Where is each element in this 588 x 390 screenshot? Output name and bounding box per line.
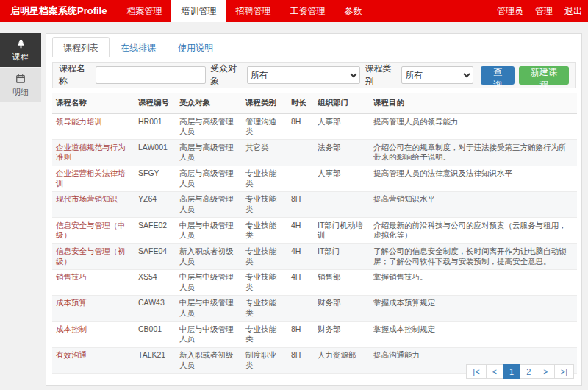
table-row: 成本预算CAW43中层与中级管理人员专业技能类财务部掌握成本预算规定 [52,295,577,321]
table-cell: 4H [287,244,314,269]
sidebar-item[interactable]: 课程 [0,33,41,67]
table-cell: 专业技能类 [242,191,287,217]
course-table: 课程名称课程编号受众对象课程类别时长组织部门课程目的 领导能力培训HR001高层… [52,93,577,374]
table-row: 企业道德规范与行为准则LAW001高层与高级管理人员其它类法务部介绍公司在的规章… [52,140,577,166]
nav-right-item[interactable]: 退出 [559,0,588,22]
table-cell: CB001 [135,322,176,347]
nav-right-item[interactable]: 管理 [529,0,559,22]
table-cell: 提高管理人员的领导能力 [370,114,577,140]
table-cell: 8H [287,347,314,373]
table-cell: 人力资源部 [314,347,370,373]
course-name-link[interactable]: 成本控制 [56,325,87,333]
table-cell: 介绍最新的前沿科技与公司的应对预案（云服务与租用，虚拟化等） [370,218,577,244]
main-menu: 档案管理培训管理招聘管理工资管理参数 [117,0,371,22]
new-course-button[interactable]: 新建课程 [519,66,569,85]
nav-menu-item[interactable]: 参数 [334,0,371,22]
table-cell: 新入职或者初级人员 [176,244,242,269]
table-cell: 提高营销知识水平 [370,191,577,217]
table-cell: 掌握成本控制规定 [370,322,577,347]
pagination-button[interactable]: >| [554,364,574,379]
table-row: 现代市场营销知识YZ64高层与高级管理人员专业技能类8H提高营销知识水平 [52,191,577,217]
table-cell: 高层与高级管理人员 [176,166,242,191]
sidebar-item-label: 明细 [12,87,29,98]
table-cell: IT部门机动培训 [314,218,370,244]
table-cell: 人事部 [314,166,370,191]
course-name-link[interactable]: 信息安全与管理（中级） [56,221,126,240]
pagination-button[interactable]: 1 [503,364,520,379]
course-name-link[interactable]: 领导能力培训 [56,117,102,126]
table-cell: 介绍公司在的规章制度，对于违法接受第三方贿赂行为所带来的影响给予说明。 [370,140,577,166]
table-cell: YZ64 [135,191,176,217]
table-cell: 掌握成本预算规定 [370,295,577,321]
sidebar: 课程明细 [0,33,41,104]
navbar-right-menu: 管理员管理退出 [491,0,588,22]
main-panel: 课程列表在线排课使用说明 课程名称 受众对象 所有 课程类别 所有 查询 新建课… [46,33,582,386]
table-cell: CAW43 [135,295,176,321]
table-cell: SFGY [135,166,176,191]
nav-menu-item[interactable]: 招聘管理 [226,0,280,22]
table-cell: 专业技能类 [242,269,287,295]
column-header: 组织部门 [314,93,370,114]
pagination: |<<12>>| [467,364,574,379]
category-select[interactable]: 所有 [401,66,473,84]
table-cell: 4H [287,269,314,295]
course-name-cell: 企业道德规范与行为准则 [52,140,135,166]
nav-right-item[interactable]: 管理员 [491,0,529,22]
table-cell: 法务部 [314,140,370,166]
audience-select[interactable]: 所有 [247,66,360,84]
table-cell: 8H [287,191,314,217]
table-cell: SAFE02 [135,218,176,244]
table-cell [287,166,314,191]
course-name-link[interactable]: 信息安全与管理（初级） [56,247,126,266]
pagination-button[interactable]: < [486,364,503,379]
column-header: 时长 [287,93,314,114]
table-cell: IT部门 [314,244,370,269]
table-cell: 中层与中级管理人员 [176,218,242,244]
table-cell: TALK21 [135,347,176,373]
table-cell: 专业技能类 [242,218,287,244]
pagination-button[interactable]: > [537,364,554,379]
table-cell: 专业技能类 [242,322,287,347]
nav-menu-item[interactable]: 档案管理 [117,0,171,22]
table-cell: LAW001 [135,140,176,166]
table-cell: 8H [287,322,314,347]
app-brand: 启明星档案系统Profile [0,0,117,22]
course-name-link[interactable]: 企业运营相关法律培训 [56,169,126,188]
table-row: 信息安全与管理（中级）SAFE02中层与中级管理人员专业技能类4HIT部门机动培… [52,218,577,244]
table-row: 信息安全与管理（初级）SAFE04新入职或者初级人员专业技能类4HIT部门了解公… [52,244,577,269]
course-name-link[interactable]: 成本预算 [56,298,87,307]
sidebar-item[interactable]: 明细 [0,68,41,102]
tab[interactable]: 使用说明 [167,37,224,57]
column-header: 受众对象 [176,93,242,114]
pagination-button[interactable]: 2 [520,364,537,379]
pagination-button[interactable]: |< [466,364,486,379]
table-cell: 专业技能类 [242,295,287,321]
course-name-input[interactable] [96,66,206,84]
course-name-link[interactable]: 企业道德规范与行为准则 [56,143,126,162]
course-name-cell: 信息安全与管理（中级） [52,218,135,244]
table-cell: 了解公司的信息安全制度，长时间离开作为让电脑自动锁屏；了解公司软件下载与安装预制… [370,244,577,269]
tab-bar: 课程列表在线排课使用说明 [46,34,581,57]
table-row: 成本控制CB001中层与中级管理人员专业技能类8H财务部掌握成本控制规定 [52,322,577,347]
course-name-link[interactable]: 有效沟通 [56,350,87,359]
search-button[interactable]: 查询 [481,66,514,85]
table-row: 企业运营相关法律培训SFGY高层与高级管理人员专业技能类人事部提高管理人员的法律… [52,166,577,191]
table-cell: 管理沟通类 [242,114,287,140]
nav-menu-item[interactable]: 工资管理 [280,0,334,22]
sidebar-item-label: 课程 [12,52,29,63]
table-cell: 专业技能类 [242,166,287,191]
table-cell: 8H [287,114,314,140]
table-cell: 人事部 [314,114,370,140]
table-cell: 高层与高级管理人员 [176,140,242,166]
course-name-link[interactable]: 现代市场营销知识 [56,194,118,203]
nav-menu-item[interactable]: 培训管理 [171,0,226,22]
table-row: 销售技巧XS54中层与中级管理人员专业技能类4H销售部掌握销售技巧。 [52,269,577,295]
table-cell: 提高管理人员的法律意识及法律知识水平 [370,166,577,191]
table-cell: 掌握销售技巧。 [370,269,577,295]
course-name-link[interactable]: 销售技巧 [56,272,87,281]
table-cell [287,140,314,166]
table-cell: 财务部 [314,322,370,347]
tab[interactable]: 在线排课 [110,37,167,57]
tab[interactable]: 课程列表 [52,37,110,57]
table-header-row: 课程名称课程编号受众对象课程类别时长组织部门课程目的 [52,93,577,114]
